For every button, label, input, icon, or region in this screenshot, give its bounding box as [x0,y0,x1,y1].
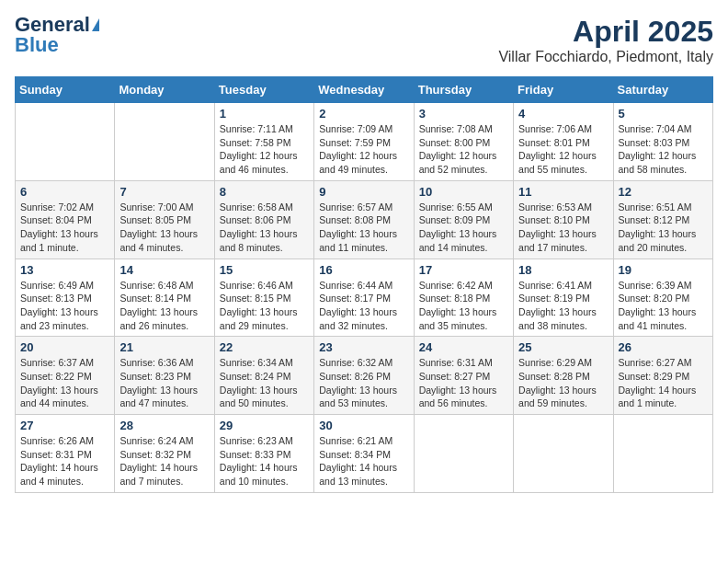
day-number: 11 [518,185,608,199]
day-number: 30 [319,419,408,432]
day-number: 8 [220,185,309,199]
calendar-week-row: 6Sunrise: 7:02 AM Sunset: 8:04 PM Daylig… [16,180,713,259]
day-detail: Sunrise: 6:46 AM Sunset: 8:15 PM Dayligh… [220,279,309,333]
day-number: 16 [319,263,408,277]
calendar-cell: 16Sunrise: 6:44 AM Sunset: 8:17 PM Dayli… [314,259,414,337]
calendar-week-row: 1Sunrise: 7:11 AM Sunset: 7:58 PM Daylig… [16,103,713,181]
day-header-thursday: Thursday [414,77,513,103]
calendar-cell: 28Sunrise: 6:24 AM Sunset: 8:32 PM Dayli… [115,415,214,493]
day-number: 23 [319,340,408,354]
calendar-cell: 23Sunrise: 6:32 AM Sunset: 8:26 PM Dayli… [314,337,414,415]
day-detail: Sunrise: 6:36 AM Sunset: 8:23 PM Dayligh… [119,356,209,410]
day-number: 7 [119,185,209,199]
calendar-cell: 4Sunrise: 7:06 AM Sunset: 8:01 PM Daylig… [514,103,613,181]
calendar-week-row: 20Sunrise: 6:37 AM Sunset: 8:22 PM Dayli… [16,337,713,415]
calendar-table: SundayMondayTuesdayWednesdayThursdayFrid… [15,76,713,493]
day-number: 10 [419,185,508,199]
calendar-cell: 7Sunrise: 7:00 AM Sunset: 8:05 PM Daylig… [115,180,214,259]
page-header: General Blue April 2025 Villar Focchiard… [15,15,713,65]
day-detail: Sunrise: 6:24 AM Sunset: 8:32 PM Dayligh… [119,434,209,488]
day-detail: Sunrise: 6:58 AM Sunset: 8:06 PM Dayligh… [220,201,309,255]
day-header-monday: Monday [115,77,214,103]
calendar-cell: 6Sunrise: 7:02 AM Sunset: 8:04 PM Daylig… [16,180,115,259]
day-number: 12 [619,185,708,199]
day-detail: Sunrise: 6:23 AM Sunset: 8:33 PM Dayligh… [220,434,309,488]
calendar-cell: 10Sunrise: 6:55 AM Sunset: 8:09 PM Dayli… [414,180,513,259]
calendar-cell: 22Sunrise: 6:34 AM Sunset: 8:24 PM Dayli… [214,337,313,415]
day-number: 22 [220,340,309,354]
calendar-cell: 26Sunrise: 6:27 AM Sunset: 8:29 PM Dayli… [613,337,712,415]
day-number: 2 [319,107,408,121]
day-detail: Sunrise: 6:37 AM Sunset: 8:22 PM Dayligh… [20,356,109,410]
day-number: 20 [20,340,109,354]
day-detail: Sunrise: 6:27 AM Sunset: 8:29 PM Dayligh… [619,356,708,410]
calendar-week-row: 27Sunrise: 6:26 AM Sunset: 8:31 PM Dayli… [16,415,713,493]
day-detail: Sunrise: 6:48 AM Sunset: 8:14 PM Dayligh… [119,279,209,333]
calendar-cell: 20Sunrise: 6:37 AM Sunset: 8:22 PM Dayli… [16,337,115,415]
calendar-cell: 2Sunrise: 7:09 AM Sunset: 7:59 PM Daylig… [314,103,414,181]
day-detail: Sunrise: 6:57 AM Sunset: 8:08 PM Dayligh… [319,201,408,255]
day-number: 3 [419,107,508,121]
day-detail: Sunrise: 6:26 AM Sunset: 8:31 PM Dayligh… [20,434,109,488]
day-header-tuesday: Tuesday [214,77,313,103]
calendar-cell: 21Sunrise: 6:36 AM Sunset: 8:23 PM Dayli… [115,337,214,415]
day-detail: Sunrise: 7:00 AM Sunset: 8:05 PM Dayligh… [119,201,209,255]
calendar-cell: 17Sunrise: 6:42 AM Sunset: 8:18 PM Dayli… [414,259,513,337]
day-number: 17 [419,263,508,277]
day-header-friday: Friday [514,77,613,103]
title-block: April 2025 Villar Focchiardo, Piedmont, … [498,15,713,65]
day-detail: Sunrise: 6:51 AM Sunset: 8:12 PM Dayligh… [619,201,708,255]
day-detail: Sunrise: 7:02 AM Sunset: 8:04 PM Dayligh… [20,201,109,255]
calendar-cell: 9Sunrise: 6:57 AM Sunset: 8:08 PM Daylig… [314,180,414,259]
day-header-saturday: Saturday [613,77,712,103]
calendar-cell [613,415,712,493]
day-detail: Sunrise: 6:49 AM Sunset: 8:13 PM Dayligh… [20,279,109,333]
calendar-subtitle: Villar Focchiardo, Piedmont, Italy [498,49,713,65]
day-number: 19 [619,263,708,277]
day-number: 15 [220,263,309,277]
day-number: 29 [220,419,309,432]
day-detail: Sunrise: 7:09 AM Sunset: 7:59 PM Dayligh… [319,122,408,177]
day-detail: Sunrise: 6:44 AM Sunset: 8:17 PM Dayligh… [319,279,408,333]
calendar-cell: 25Sunrise: 6:29 AM Sunset: 8:28 PM Dayli… [514,337,613,415]
day-detail: Sunrise: 6:41 AM Sunset: 8:19 PM Dayligh… [518,279,608,333]
day-number: 9 [319,185,408,199]
calendar-cell: 18Sunrise: 6:41 AM Sunset: 8:19 PM Dayli… [514,259,613,337]
logo-general: General [15,15,90,35]
day-detail: Sunrise: 6:31 AM Sunset: 8:27 PM Dayligh… [419,356,508,410]
day-detail: Sunrise: 7:08 AM Sunset: 8:00 PM Dayligh… [419,122,508,177]
day-number: 28 [119,419,209,432]
day-number: 21 [119,340,209,354]
calendar-cell [16,103,115,181]
day-number: 24 [419,340,508,354]
day-number: 14 [119,263,209,277]
calendar-cell [115,103,214,181]
day-detail: Sunrise: 6:32 AM Sunset: 8:26 PM Dayligh… [319,356,408,410]
calendar-cell: 14Sunrise: 6:48 AM Sunset: 8:14 PM Dayli… [115,259,214,337]
day-detail: Sunrise: 7:04 AM Sunset: 8:03 PM Dayligh… [619,122,708,177]
day-number: 4 [518,107,608,121]
calendar-week-row: 13Sunrise: 6:49 AM Sunset: 8:13 PM Dayli… [16,259,713,337]
calendar-header-row: SundayMondayTuesdayWednesdayThursdayFrid… [16,77,713,103]
calendar-cell: 11Sunrise: 6:53 AM Sunset: 8:10 PM Dayli… [514,180,613,259]
day-detail: Sunrise: 6:21 AM Sunset: 8:34 PM Dayligh… [319,434,408,488]
calendar-cell: 1Sunrise: 7:11 AM Sunset: 7:58 PM Daylig… [214,103,313,181]
day-detail: Sunrise: 7:11 AM Sunset: 7:58 PM Dayligh… [220,122,309,177]
day-number: 13 [20,263,109,277]
day-detail: Sunrise: 7:06 AM Sunset: 8:01 PM Dayligh… [518,122,608,177]
day-detail: Sunrise: 6:29 AM Sunset: 8:28 PM Dayligh… [518,356,608,410]
day-number: 1 [220,107,309,121]
day-header-wednesday: Wednesday [314,77,414,103]
calendar-cell: 30Sunrise: 6:21 AM Sunset: 8:34 PM Dayli… [314,415,414,493]
calendar-title: April 2025 [498,15,713,49]
calendar-cell: 27Sunrise: 6:26 AM Sunset: 8:31 PM Dayli… [16,415,115,493]
day-number: 27 [20,419,109,432]
calendar-cell: 8Sunrise: 6:58 AM Sunset: 8:06 PM Daylig… [214,180,313,259]
day-number: 26 [619,340,708,354]
logo-blue: Blue [15,35,59,55]
calendar-cell: 13Sunrise: 6:49 AM Sunset: 8:13 PM Dayli… [16,259,115,337]
calendar-cell: 19Sunrise: 6:39 AM Sunset: 8:20 PM Dayli… [613,259,712,337]
calendar-cell: 3Sunrise: 7:08 AM Sunset: 8:00 PM Daylig… [414,103,513,181]
logo: General Blue [15,15,99,55]
day-detail: Sunrise: 6:55 AM Sunset: 8:09 PM Dayligh… [419,201,508,255]
